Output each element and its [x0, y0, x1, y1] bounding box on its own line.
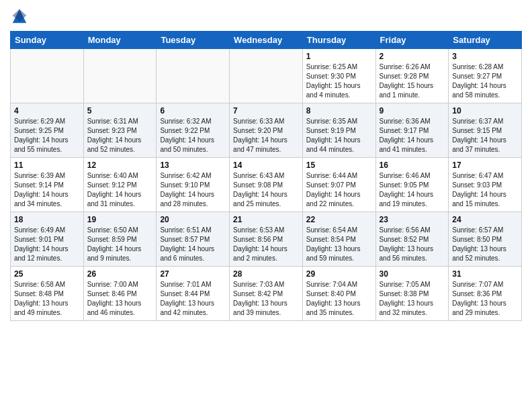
day-header-tuesday: Tuesday — [157, 32, 230, 49]
day-header-monday: Monday — [83, 32, 157, 49]
calendar-cell: 9Sunrise: 6:36 AM Sunset: 9:17 PM Daylig… — [375, 103, 449, 158]
cell-info: Sunrise: 6:44 AM Sunset: 9:07 PM Dayligh… — [306, 171, 372, 209]
day-number: 20 — [160, 215, 226, 224]
week-row-5: 25Sunrise: 6:58 AM Sunset: 8:48 PM Dayli… — [11, 267, 522, 321]
cell-info: Sunrise: 6:49 AM Sunset: 9:01 PM Dayligh… — [14, 226, 80, 263]
day-number: 24 — [452, 215, 518, 224]
day-number: 22 — [306, 215, 372, 224]
cell-info: Sunrise: 6:37 AM Sunset: 9:15 PM Dayligh… — [452, 117, 518, 154]
calendar-cell: 16Sunrise: 6:46 AM Sunset: 9:05 PM Dayli… — [375, 158, 449, 212]
cell-info: Sunrise: 6:40 AM Sunset: 9:12 PM Dayligh… — [87, 171, 153, 209]
calendar-cell — [230, 49, 303, 103]
day-number: 29 — [306, 269, 372, 279]
cell-info: Sunrise: 6:33 AM Sunset: 9:20 PM Dayligh… — [233, 117, 299, 154]
calendar-cell: 25Sunrise: 6:58 AM Sunset: 8:48 PM Dayli… — [11, 267, 84, 321]
day-number: 4 — [14, 106, 80, 116]
day-number: 11 — [14, 161, 80, 170]
cell-info: Sunrise: 6:54 AM Sunset: 8:54 PM Dayligh… — [306, 226, 372, 263]
day-number: 10 — [452, 106, 518, 116]
calendar-cell: 2Sunrise: 6:26 AM Sunset: 9:28 PM Daylig… — [375, 49, 449, 103]
cell-info: Sunrise: 6:47 AM Sunset: 9:03 PM Dayligh… — [452, 171, 518, 209]
calendar-cell: 20Sunrise: 6:51 AM Sunset: 8:57 PM Dayli… — [157, 212, 230, 267]
day-number: 31 — [452, 269, 518, 279]
cell-info: Sunrise: 7:07 AM Sunset: 8:36 PM Dayligh… — [452, 280, 518, 318]
calendar-cell: 27Sunrise: 7:01 AM Sunset: 8:44 PM Dayli… — [157, 267, 230, 321]
calendar-cell — [157, 49, 230, 103]
calendar-cell: 17Sunrise: 6:47 AM Sunset: 9:03 PM Dayli… — [449, 158, 522, 212]
cell-info: Sunrise: 7:05 AM Sunset: 8:38 PM Dayligh… — [380, 280, 445, 318]
week-row-4: 18Sunrise: 6:49 AM Sunset: 9:01 PM Dayli… — [11, 212, 522, 267]
week-row-2: 4Sunrise: 6:29 AM Sunset: 9:25 PM Daylig… — [11, 103, 522, 158]
calendar-cell: 22Sunrise: 6:54 AM Sunset: 8:54 PM Dayli… — [302, 212, 375, 267]
cell-info: Sunrise: 6:39 AM Sunset: 9:14 PM Dayligh… — [14, 171, 80, 209]
calendar-cell: 21Sunrise: 6:53 AM Sunset: 8:56 PM Dayli… — [230, 212, 303, 267]
cell-info: Sunrise: 6:32 AM Sunset: 9:22 PM Dayligh… — [160, 117, 226, 154]
calendar-cell: 18Sunrise: 6:49 AM Sunset: 9:01 PM Dayli… — [11, 212, 84, 267]
cell-info: Sunrise: 7:03 AM Sunset: 8:42 PM Dayligh… — [233, 280, 299, 318]
day-number: 6 — [160, 106, 226, 116]
cell-info: Sunrise: 6:42 AM Sunset: 9:10 PM Dayligh… — [160, 171, 226, 209]
calendar-cell: 14Sunrise: 6:43 AM Sunset: 9:08 PM Dayli… — [230, 158, 303, 212]
calendar-cell: 23Sunrise: 6:56 AM Sunset: 8:52 PM Dayli… — [375, 212, 449, 267]
calendar-cell: 30Sunrise: 7:05 AM Sunset: 8:38 PM Dayli… — [375, 267, 449, 321]
calendar-cell: 6Sunrise: 6:32 AM Sunset: 9:22 PM Daylig… — [157, 103, 230, 158]
day-number: 8 — [306, 106, 372, 116]
day-number: 7 — [233, 106, 299, 116]
day-header-sunday: Sunday — [11, 32, 84, 49]
calendar-cell: 3Sunrise: 6:28 AM Sunset: 9:27 PM Daylig… — [449, 49, 522, 103]
cell-info: Sunrise: 6:43 AM Sunset: 9:08 PM Dayligh… — [233, 171, 299, 209]
calendar-cell: 13Sunrise: 6:42 AM Sunset: 9:10 PM Dayli… — [157, 158, 230, 212]
day-number: 3 — [452, 52, 518, 61]
cell-info: Sunrise: 6:51 AM Sunset: 8:57 PM Dayligh… — [160, 226, 226, 263]
day-header-friday: Friday — [375, 32, 449, 49]
calendar-cell — [11, 49, 84, 103]
cell-info: Sunrise: 6:53 AM Sunset: 8:56 PM Dayligh… — [233, 226, 299, 263]
cell-info: Sunrise: 6:50 AM Sunset: 8:59 PM Dayligh… — [87, 226, 153, 263]
day-number: 12 — [87, 161, 153, 170]
day-number: 26 — [87, 269, 153, 279]
calendar-cell: 31Sunrise: 7:07 AM Sunset: 8:36 PM Dayli… — [449, 267, 522, 321]
cell-info: Sunrise: 6:56 AM Sunset: 8:52 PM Dayligh… — [380, 226, 445, 263]
cell-info: Sunrise: 6:28 AM Sunset: 9:27 PM Dayligh… — [452, 62, 518, 100]
day-number: 25 — [14, 269, 80, 279]
page: SundayMondayTuesdayWednesdayThursdayFrid… — [0, 0, 532, 411]
cell-info: Sunrise: 6:25 AM Sunset: 9:30 PM Dayligh… — [306, 62, 372, 100]
cell-info: Sunrise: 7:01 AM Sunset: 8:44 PM Dayligh… — [160, 280, 226, 318]
cell-info: Sunrise: 7:00 AM Sunset: 8:46 PM Dayligh… — [87, 280, 153, 318]
calendar-cell: 29Sunrise: 7:04 AM Sunset: 8:40 PM Dayli… — [302, 267, 375, 321]
calendar-cell: 11Sunrise: 6:39 AM Sunset: 9:14 PM Dayli… — [11, 158, 84, 212]
week-row-3: 11Sunrise: 6:39 AM Sunset: 9:14 PM Dayli… — [11, 158, 522, 212]
calendar-cell: 7Sunrise: 6:33 AM Sunset: 9:20 PM Daylig… — [230, 103, 303, 158]
day-number: 28 — [233, 269, 299, 279]
calendar-cell: 5Sunrise: 6:31 AM Sunset: 9:23 PM Daylig… — [83, 103, 157, 158]
day-number: 23 — [380, 215, 445, 224]
calendar-cell: 12Sunrise: 6:40 AM Sunset: 9:12 PM Dayli… — [83, 158, 157, 212]
cell-info: Sunrise: 6:58 AM Sunset: 8:48 PM Dayligh… — [14, 280, 80, 318]
calendar-cell: 26Sunrise: 7:00 AM Sunset: 8:46 PM Dayli… — [83, 267, 157, 321]
calendar-cell — [83, 49, 157, 103]
day-number: 27 — [160, 269, 226, 279]
day-number: 1 — [306, 52, 372, 61]
calendar-cell: 24Sunrise: 6:57 AM Sunset: 8:50 PM Dayli… — [449, 212, 522, 267]
day-number: 2 — [380, 52, 445, 61]
cell-info: Sunrise: 7:04 AM Sunset: 8:40 PM Dayligh… — [306, 280, 372, 318]
calendar-cell: 4Sunrise: 6:29 AM Sunset: 9:25 PM Daylig… — [11, 103, 84, 158]
calendar-table: SundayMondayTuesdayWednesdayThursdayFrid… — [10, 31, 522, 321]
day-number: 30 — [380, 269, 445, 279]
day-number: 15 — [306, 161, 372, 170]
calendar-cell: 1Sunrise: 6:25 AM Sunset: 9:30 PM Daylig… — [302, 49, 375, 103]
cell-info: Sunrise: 6:29 AM Sunset: 9:25 PM Dayligh… — [14, 117, 80, 154]
day-number: 21 — [233, 215, 299, 224]
cell-info: Sunrise: 6:46 AM Sunset: 9:05 PM Dayligh… — [380, 171, 445, 209]
days-header-row: SundayMondayTuesdayWednesdayThursdayFrid… — [11, 32, 522, 49]
cell-info: Sunrise: 6:35 AM Sunset: 9:19 PM Dayligh… — [306, 117, 372, 154]
calendar-cell: 15Sunrise: 6:44 AM Sunset: 9:07 PM Dayli… — [302, 158, 375, 212]
cell-info: Sunrise: 6:26 AM Sunset: 9:28 PM Dayligh… — [380, 62, 445, 100]
day-number: 14 — [233, 161, 299, 170]
cell-info: Sunrise: 6:36 AM Sunset: 9:17 PM Dayligh… — [380, 117, 445, 154]
calendar-cell: 19Sunrise: 6:50 AM Sunset: 8:59 PM Dayli… — [83, 212, 157, 267]
day-number: 5 — [87, 106, 153, 116]
day-number: 19 — [87, 215, 153, 224]
day-header-wednesday: Wednesday — [230, 32, 303, 49]
cell-info: Sunrise: 6:57 AM Sunset: 8:50 PM Dayligh… — [452, 226, 518, 263]
